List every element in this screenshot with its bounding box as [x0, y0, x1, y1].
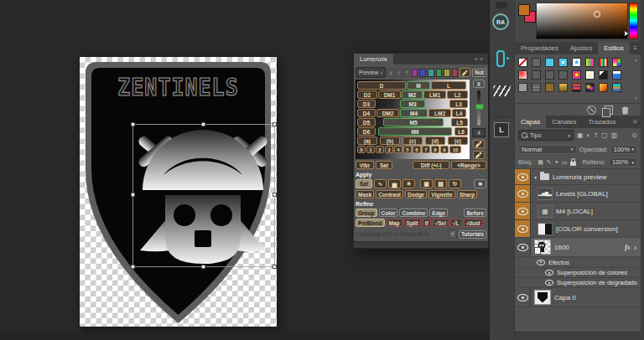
layer-row-levels[interactable]: ▂▅▇▃ Levels [GLOBAL]: [515, 185, 641, 203]
color-swatch-cyan[interactable]: [428, 69, 434, 77]
lum-button-d[interactable]: (d): [425, 137, 445, 145]
levels-icon[interactable]: ▅: [388, 179, 401, 188]
layer-row-1600[interactable]: 1600 fx ∧: [515, 238, 641, 257]
curves-icon[interactable]: ∿: [374, 179, 387, 188]
clear-style-icon[interactable]: [587, 106, 596, 115]
tab-capas[interactable]: Capas: [515, 116, 546, 128]
tab-canales[interactable]: Canales: [546, 116, 582, 128]
transform-handle[interactable]: [273, 265, 277, 269]
check-sel-button[interactable]: √Sel: [433, 219, 449, 227]
layer-thumbnail[interactable]: [534, 240, 551, 255]
styles-scrollbar[interactable]: ▴ ▾: [633, 57, 639, 100]
style-swatch-red-fade[interactable]: [518, 70, 527, 80]
trash-icon[interactable]: [621, 106, 629, 115]
lock-transparency-icon[interactable]: ▦: [538, 158, 543, 167]
style-swatch-stripes[interactable]: [599, 58, 608, 67]
eye-icon[interactable]: [545, 270, 553, 276]
close-button[interactable]: X: [473, 80, 485, 88]
style-swatch-teal-multi[interactable]: [612, 83, 621, 92]
filter-adjustment-icon[interactable]: ◐: [587, 131, 591, 140]
lum-button-L3[interactable]: L3: [449, 100, 468, 108]
lum-button-LM2[interactable]: LM2: [428, 109, 451, 117]
style-swatch-no-style[interactable]: [518, 58, 527, 67]
visibility-cell[interactable]: [515, 203, 531, 219]
eye-icon[interactable]: [517, 294, 528, 301]
color-swatch-blue[interactable]: [419, 69, 426, 77]
lum-button-b[interactable]: (b): [380, 137, 400, 145]
lum-button-7[interactable]: 7: [422, 146, 430, 153]
group-button[interactable]: Group: [356, 209, 377, 217]
lum-button-6[interactable]: 6: [413, 146, 421, 153]
filter-type-icon[interactable]: T: [594, 131, 598, 140]
lum-button-DM2[interactable]: DM2: [377, 109, 399, 117]
lum-button-2[interactable]: 2: [376, 146, 384, 153]
color-swatch-magenta[interactable]: [412, 69, 418, 77]
layer-name[interactable]: Capa 0: [554, 294, 576, 301]
canvas-document[interactable]: ZENTINELS: [80, 57, 277, 327]
layer-thumbnail[interactable]: [534, 290, 551, 305]
tab-ajustes[interactable]: Ajustes: [564, 42, 598, 54]
eye-icon[interactable]: [545, 280, 553, 286]
visibility-cell[interactable]: [515, 288, 531, 307]
layer-row-effects[interactable]: Efectos: [515, 257, 641, 268]
filter-shape-icon[interactable]: ▢: [601, 131, 608, 140]
lum-button-L5[interactable]: L5: [451, 118, 468, 126]
lum-button-DM1[interactable]: DM1: [378, 90, 401, 99]
split-button[interactable]: Split: [404, 219, 421, 227]
lock-paint-icon[interactable]: ✎: [547, 158, 552, 167]
dock-scroll-strip[interactable]: [641, 0, 644, 340]
lum-button-L[interactable]: L: [431, 81, 466, 90]
map-button[interactable]: Map: [387, 219, 402, 227]
effect-label[interactable]: Superposición de colores: [557, 269, 627, 276]
lum-button-M2[interactable]: M2: [402, 90, 423, 99]
visibility-cell[interactable]: [515, 185, 531, 202]
transform-handle[interactable]: [131, 193, 135, 197]
transform-handle[interactable]: [201, 122, 205, 126]
layer-name[interactable]: Lumenzia preview: [553, 173, 606, 181]
lum-button-D2[interactable]: D2: [357, 90, 377, 99]
lock-artboard-icon[interactable]: ▭: [562, 158, 568, 167]
style-swatch-olive[interactable]: [545, 83, 554, 92]
lum-button-10[interactable]: 10: [449, 146, 461, 153]
saturation-button[interactable]: Sat: [376, 161, 392, 169]
lum-button-0[interactable]: 0: [357, 146, 366, 153]
lum-button-LM1[interactable]: LM1: [423, 90, 446, 99]
layer-row-color-overlay[interactable]: Superposición de colores: [515, 268, 641, 278]
lum-button-L2[interactable]: L2: [447, 90, 468, 99]
lum-button-8[interactable]: 8: [431, 146, 439, 153]
layer-row-capa0[interactable]: Capa 0: [515, 288, 641, 307]
style-swatch-dark-multi[interactable]: [585, 83, 595, 92]
eye-icon[interactable]: [517, 244, 528, 251]
tab-propiedades[interactable]: Propiedades: [515, 42, 564, 54]
lum-button-4[interactable]: 4: [394, 146, 402, 153]
scroll-down-icon[interactable]: ▾: [635, 95, 637, 100]
tab-estilos[interactable]: Estilos: [598, 42, 630, 54]
if-button[interactable]: If: [423, 219, 431, 227]
eye-icon[interactable]: [517, 173, 528, 181]
style-swatch-gray[interactable]: [518, 83, 527, 92]
layer-filter-dropdown[interactable]: Tipo ▾: [518, 130, 574, 141]
lock-move-icon[interactable]: +: [555, 158, 558, 167]
style-swatch-empty[interactable]: [558, 70, 568, 80]
layer-row-group[interactable]: ▾ Lumenzia preview: [515, 169, 641, 185]
eye-icon[interactable]: [537, 260, 545, 265]
ra-plugin-icon[interactable]: RA: [492, 13, 509, 30]
lum-button-a[interactable]: (a): [357, 137, 377, 145]
combine-button[interactable]: Combine: [399, 209, 428, 217]
lum-button-D5[interactable]: D5: [357, 118, 376, 126]
panel-header-icons[interactable]: »≡: [475, 54, 488, 64]
lumenzia-tab[interactable]: Lumenzia: [354, 54, 393, 64]
blend-mode-select[interactable]: Normal ▾: [518, 145, 577, 154]
stripes-panel-icon[interactable]: [492, 85, 511, 96]
before-button[interactable]: Before: [464, 209, 486, 217]
layer-name[interactable]: Levels [GLOBAL]: [556, 190, 608, 198]
sel-button[interactable]: Sel: [356, 179, 372, 188]
color-swatch-red[interactable]: [452, 69, 459, 77]
transform-handle[interactable]: [131, 122, 135, 126]
lum-button-D[interactable]: D: [357, 81, 406, 90]
color-conversion-thumbnail[interactable]: [538, 223, 553, 235]
layer-row-m4[interactable]: ▦ M4 [LOCAL]: [515, 203, 641, 220]
panel-menu-icon[interactable]: ≡: [633, 42, 641, 54]
eyedropper-button[interactable]: [460, 68, 470, 77]
color-swatch-yellow[interactable]: [444, 69, 450, 77]
